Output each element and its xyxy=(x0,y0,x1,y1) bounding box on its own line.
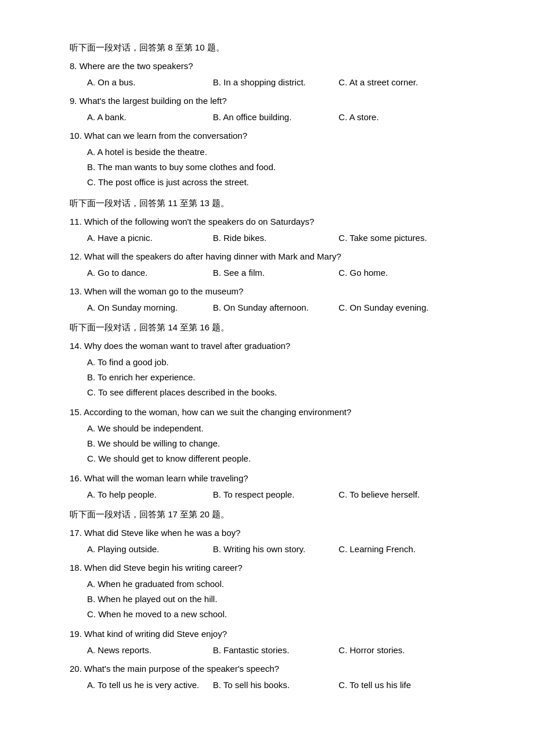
options-row-12: A. Go to dance. B. See a film. C. Go hom… xyxy=(87,266,464,280)
question-20: 20. What's the main purpose of the speak… xyxy=(70,662,464,676)
options-row-8: A. On a bus. B. In a shopping district. … xyxy=(87,75,464,89)
section-header-8-10: 听下面一段对话，回答第 8 至第 10 题。 xyxy=(70,41,464,55)
exam-content: 听下面一段对话，回答第 8 至第 10 题。 8. Where are the … xyxy=(70,41,464,692)
question-15: 15. According to the woman, how can we s… xyxy=(70,405,464,419)
options-row-13: A. On Sunday morning. B. On Sunday after… xyxy=(87,301,464,315)
section-header-17-20: 听下面一段对话，回答第 17 至第 20 题。 xyxy=(70,507,464,521)
options-row-17: A. Playing outside. B. Writing his own s… xyxy=(87,542,464,556)
options-col-14: A. To find a good job. B. To enrich her … xyxy=(87,355,464,401)
option-10c: C. The post office is just across the st… xyxy=(87,175,464,189)
option-16a: A. To help people. xyxy=(87,488,213,502)
option-20c: C. To tell us his life xyxy=(338,678,464,692)
option-9a: A. A bank. xyxy=(87,110,213,124)
section-17-20: 听下面一段对话，回答第 17 至第 20 题。 17. What did Ste… xyxy=(70,507,464,692)
question-18: 18. When did Steve begin his writing car… xyxy=(70,561,464,575)
option-20b: B. To sell his books. xyxy=(213,678,339,692)
options-row-9: A. A bank. B. An office building. C. A s… xyxy=(87,110,464,124)
option-18c: C. When he moved to a new school. xyxy=(87,607,464,621)
option-11c: C. Take some pictures. xyxy=(338,231,464,245)
options-row-19: A. News reports. B. Fantastic stories. C… xyxy=(87,643,464,657)
options-row-20: A. To tell us he is very active. B. To s… xyxy=(87,678,464,692)
section-header-14-16: 听下面一段对话，回答第 14 至第 16 题。 xyxy=(70,321,464,334)
option-14c: C. To see different places described in … xyxy=(87,386,464,399)
question-17: 17. What did Steve like when he was a bo… xyxy=(70,526,464,540)
option-18a: A. When he graduated from school. xyxy=(87,577,464,591)
option-19a: A. News reports. xyxy=(87,643,213,657)
option-14b: B. To enrich her experience. xyxy=(87,370,464,384)
option-10b: B. The man wants to buy some clothes and… xyxy=(87,160,464,174)
section-header-11-13: 听下面一段对话，回答第 11 至第 13 题。 xyxy=(70,196,464,210)
option-13a: A. On Sunday morning. xyxy=(87,301,213,315)
option-8c: C. At a street corner. xyxy=(338,75,464,89)
question-19: 19. What kind of writing did Steve enjoy… xyxy=(70,627,464,641)
option-10a: A. A hotel is beside the theatre. xyxy=(87,145,464,159)
option-11a: A. Have a picnic. xyxy=(87,231,213,245)
option-13b: B. On Sunday afternoon. xyxy=(213,301,339,315)
option-8b: B. In a shopping district. xyxy=(213,75,339,89)
option-8a: A. On a bus. xyxy=(87,75,213,89)
option-9c: C. A store. xyxy=(338,110,464,124)
section-14-16: 听下面一段对话，回答第 14 至第 16 题。 14. Why does the… xyxy=(70,321,464,502)
option-15c: C. We should get to know different peopl… xyxy=(87,452,464,466)
option-12a: A. Go to dance. xyxy=(87,266,213,280)
question-9: 9. What's the largest building on the le… xyxy=(70,94,464,108)
option-15a: A. We should be independent. xyxy=(87,422,464,435)
section-8-10: 听下面一段对话，回答第 8 至第 10 题。 8. Where are the … xyxy=(70,41,464,190)
option-18b: B. When he played out on the hill. xyxy=(87,592,464,606)
option-9b: B. An office building. xyxy=(213,110,339,124)
options-row-11: A. Have a picnic. B. Ride bikes. C. Take… xyxy=(87,231,464,245)
option-16b: B. To respect people. xyxy=(213,488,339,502)
options-row-16: A. To help people. B. To respect people.… xyxy=(87,488,464,502)
options-col-15: A. We should be independent. B. We shoul… xyxy=(87,422,464,467)
question-16: 16. What will the woman learn while trav… xyxy=(70,471,464,485)
section-11-13: 听下面一段对话，回答第 11 至第 13 题。 11. Which of the… xyxy=(70,196,464,315)
option-15b: B. We should be willing to change. xyxy=(87,437,464,451)
question-10: 10. What can we learn from the conversat… xyxy=(70,129,464,143)
question-11: 11. Which of the following won't the spe… xyxy=(70,215,464,229)
question-13: 13. When will the woman go to the museum… xyxy=(70,285,464,298)
option-17b: B. Writing his own story. xyxy=(213,542,339,556)
option-19c: C. Horror stories. xyxy=(338,643,464,657)
question-8: 8. Where are the two speakers? xyxy=(70,59,464,73)
option-11b: B. Ride bikes. xyxy=(213,231,339,245)
option-17c: C. Learning French. xyxy=(338,542,464,556)
option-19b: B. Fantastic stories. xyxy=(213,643,339,657)
option-17a: A. Playing outside. xyxy=(87,542,213,556)
option-12c: C. Go home. xyxy=(338,266,464,280)
option-12b: B. See a film. xyxy=(213,266,339,280)
option-16c: C. To believe herself. xyxy=(338,488,464,502)
option-13c: C. On Sunday evening. xyxy=(338,301,464,315)
option-20a: A. To tell us he is very active. xyxy=(87,678,213,692)
question-12: 12. What will the speakers do after havi… xyxy=(70,250,464,264)
options-col-18: A. When he graduated from school. B. Whe… xyxy=(87,577,464,622)
options-col-10: A. A hotel is beside the theatre. B. The… xyxy=(87,145,464,190)
option-14a: A. To find a good job. xyxy=(87,355,464,369)
question-14: 14. Why does the woman want to travel af… xyxy=(70,339,464,353)
